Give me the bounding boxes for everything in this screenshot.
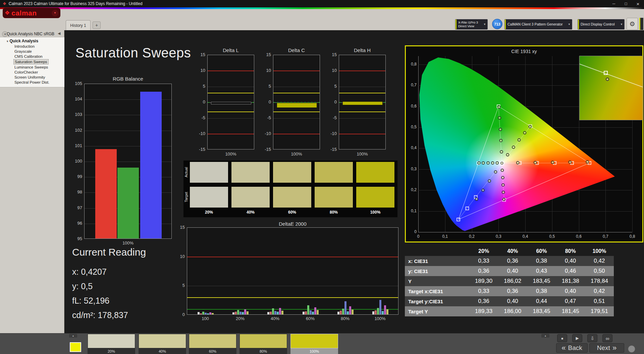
swatch-target-100 xyxy=(356,186,395,208)
delta-ytick: -10 xyxy=(327,131,337,136)
stop-button[interactable]: ■ xyxy=(557,334,567,342)
logo-menu-arrow-icon[interactable]: ▼ xyxy=(52,10,58,16)
display-control-arrow-icon[interactable]: ▼ xyxy=(620,23,624,26)
pattern-color-well[interactable] xyxy=(70,342,81,352)
deltae-bar xyxy=(277,312,279,315)
saturation-patch-100[interactable] xyxy=(290,334,338,348)
table-row-label: Target x:CIE31 xyxy=(405,286,469,296)
pattern-generator-arrow-icon[interactable]: ▼ xyxy=(568,23,572,26)
delta-ytick: 0 xyxy=(262,99,271,104)
cie-xtick: 0,3 xyxy=(492,234,505,239)
continuous-read-button[interactable]: ∞ xyxy=(602,334,612,342)
back-arrow-icon: ◄ xyxy=(4,33,6,36)
lower-warn-line xyxy=(273,112,320,112)
sidebar-item-grayscale[interactable]: Grayscale xyxy=(13,49,33,54)
swatch-column-label: 40% xyxy=(231,210,270,215)
table-row-label: Target Y xyxy=(405,306,469,316)
table-row: Y189,30186,02183,45181,38178,84 xyxy=(405,276,614,286)
table-row-label: y: CIE31 xyxy=(405,266,469,276)
session-status-button[interactable] xyxy=(628,345,635,353)
cie-measured-marker xyxy=(500,150,503,153)
calman-wordmark: calman xyxy=(11,9,52,17)
back-button[interactable]: « Back xyxy=(556,343,588,353)
cie-measured-marker xyxy=(499,128,502,131)
cie-xtick: 0,8 xyxy=(626,234,639,239)
save-button[interactable]: ⇩ xyxy=(587,334,597,342)
meter-reading-badge[interactable]: 713 xyxy=(492,19,502,29)
cie-measured-marker xyxy=(586,161,589,163)
maximize-button[interactable]: □ xyxy=(620,0,632,7)
cie-measured-marker xyxy=(498,106,500,108)
saturation-patch-label-100[interactable]: 100% xyxy=(290,348,338,354)
minimize-button[interactable]: ─ xyxy=(608,0,620,7)
saturation-patch-label-20[interactable]: 20% xyxy=(88,348,135,354)
color-well-expander[interactable]: ▴ xyxy=(69,334,77,338)
deltae-bar xyxy=(274,311,276,315)
deltae-ytick: 15 xyxy=(177,225,185,230)
cie-measured-marker xyxy=(502,184,504,186)
saturation-patch-label-60[interactable]: 60% xyxy=(189,348,236,354)
settings-button[interactable]: ⚙ xyxy=(627,18,638,30)
rgb-ytick: 102 xyxy=(69,128,82,133)
rgb-ytick: 105 xyxy=(69,81,82,86)
tree-root-quick-analysis[interactable]: ▾Quick Analysis xyxy=(0,38,64,44)
swatch-target-40 xyxy=(231,186,270,208)
close-button[interactable]: × xyxy=(632,0,644,7)
delta-ytick: 0 xyxy=(327,99,337,104)
play-button[interactable]: ▶ xyxy=(572,334,582,342)
calman-logo-menu[interactable]: ❖ calman ▼ xyxy=(3,8,60,18)
table-cell: 179,51 xyxy=(585,306,614,316)
rgb-bar-blue xyxy=(140,92,162,239)
next-button[interactable]: Next » xyxy=(589,343,624,353)
delta-ytick: 15 xyxy=(196,52,205,57)
saturation-patch-40[interactable] xyxy=(139,334,186,348)
table-cell: 0,40 xyxy=(556,256,585,266)
meter-line1: X-Rite i1Pro 3 xyxy=(458,21,482,25)
lower-limit-line xyxy=(273,134,320,134)
meter-dropdown[interactable]: X-Rite i1Pro 3 Direct View ▼ xyxy=(455,19,488,30)
pattern-generator-dropdown[interactable]: CalMAN Client 3 Pattern Generator ▼ xyxy=(504,19,572,30)
table-cell: 0,38 xyxy=(527,256,556,266)
sidebar-item-spectral-power-dist[interactable]: Spectral Power Dist. xyxy=(13,80,50,85)
rgb-balance-plot xyxy=(84,84,172,239)
cie-measured-marker xyxy=(529,125,531,128)
table-cell: 183,45 xyxy=(527,276,556,286)
table-cell: 0,47 xyxy=(556,296,585,306)
table-row: x: CIE310,330,360,380,400,42 xyxy=(405,256,614,266)
tab-history-1[interactable]: History 1 xyxy=(66,20,91,30)
sidebar-item-cms-calibration[interactable]: CMS Calibration xyxy=(13,54,44,59)
add-tab-button[interactable]: + xyxy=(93,21,101,29)
sidebar-item-colorchecker[interactable]: ColorChecker xyxy=(13,70,39,75)
cie-measured-marker xyxy=(569,161,571,164)
patch-comparison-grid: ActualTarget20%40%60%80%100% xyxy=(183,161,397,217)
table-column-header: 40% xyxy=(498,246,527,256)
meter-dropdown-arrow-icon[interactable]: ▼ xyxy=(483,23,487,26)
saturation-patch-60[interactable] xyxy=(189,334,236,348)
deltae-bar xyxy=(200,313,202,315)
cie-measured-marker xyxy=(551,161,554,164)
saturation-patch-80[interactable] xyxy=(239,334,287,348)
workflow-edge-button[interactable] xyxy=(639,18,643,30)
save-icon: ⇩ xyxy=(590,336,594,341)
saturation-patch-label-80[interactable]: 80% xyxy=(239,348,287,354)
cie-ytick: 0,5 xyxy=(407,125,417,129)
sidebar-item-screen-uniformity[interactable]: Screen Uniformity xyxy=(13,75,46,80)
saturation-sweep-line xyxy=(498,106,502,163)
sidebar-item-saturation-sweeps[interactable]: Saturation Sweeps xyxy=(13,59,49,64)
delta-h-chart: Delta H 100% -15-10-5051015 xyxy=(327,47,388,158)
sidebar-item-luminance-sweeps[interactable]: Luminance Sweeps xyxy=(13,65,49,70)
sidebar-item-introduction[interactable]: Introduction xyxy=(13,44,36,49)
display-control-dropdown[interactable]: Direct Display Control ▼ xyxy=(578,19,625,30)
saturation-patch-label-40[interactable]: 40% xyxy=(139,348,186,354)
rgb-ytick: 98 xyxy=(69,189,82,194)
next-chevrons-icon: » xyxy=(612,344,616,352)
table-cell: 0,51 xyxy=(585,296,614,306)
deltae-bar xyxy=(352,310,354,315)
sidebar-collapse-button[interactable]: ◀ xyxy=(58,31,60,36)
inset-target-square xyxy=(604,71,608,75)
transport-expander[interactable]: ▴ xyxy=(541,334,549,338)
table-cell: 0,38 xyxy=(527,286,556,296)
deltae-bar xyxy=(202,312,204,315)
saturation-patch-20[interactable] xyxy=(88,334,135,348)
app-icon: ❖ xyxy=(3,1,6,6)
